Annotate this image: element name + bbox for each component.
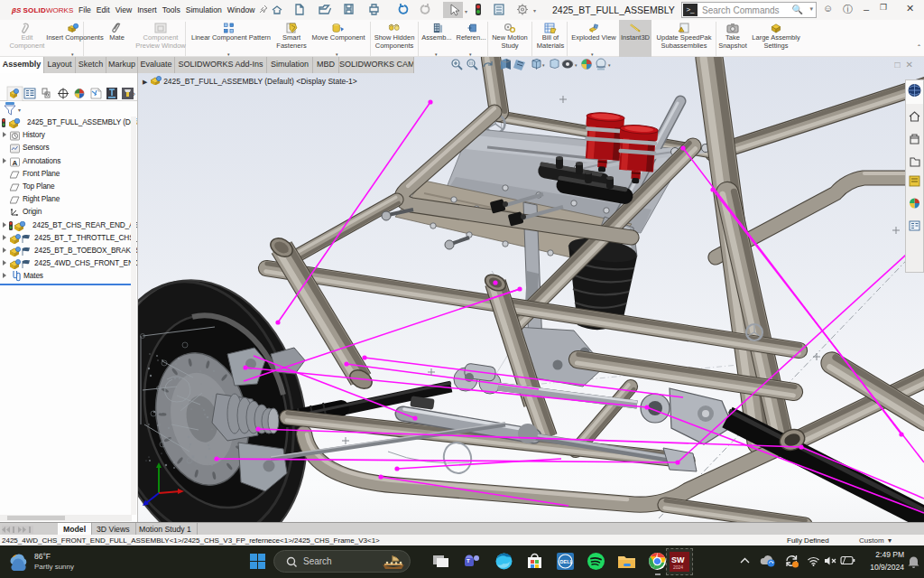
svg-text:▾: ▾ [18,107,21,113]
svg-text:T: T [467,558,470,564]
svg-text:!: ! [680,27,681,33]
svg-text:▾: ▾ [575,62,578,68]
svg-text:▾: ▾ [533,8,536,14]
svg-text:SW: SW [671,555,685,564]
svg-text:A: A [13,158,18,166]
svg-text:▾: ▾ [465,9,467,14]
svg-text:DELL: DELL [560,559,574,564]
svg-text:›: › [133,89,135,98]
svg-text:▾: ▾ [608,62,611,68]
svg-text:▾: ▾ [542,62,545,68]
svg-text:2024: 2024 [673,564,683,570]
